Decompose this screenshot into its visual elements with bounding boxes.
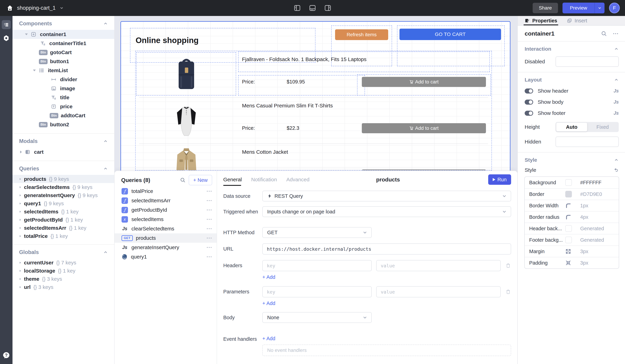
query-options-icon[interactable] [206,237,212,239]
globals-collapse-icon[interactable] [103,250,108,255]
tree-item-gotoCart[interactable]: Btn gotoCart [12,48,114,57]
tab-advanced[interactable]: Advanced [286,173,309,186]
caret-down-icon[interactable] [33,70,36,71]
query-tree-item[interactable]: getProductById{} 1 key [12,216,114,224]
triggered-when-select[interactable]: Inputs change or on page load [262,206,511,217]
style-collapse-icon[interactable] [614,158,619,162]
caret-right-icon[interactable] [20,262,21,264]
caret-right-icon[interactable] [20,202,21,205]
toggle-bottom-panel-icon[interactable] [309,4,316,12]
tab-properties[interactable]: Properties [525,16,557,25]
style-row-header-background[interactable]: Header back... Generated [525,223,619,234]
caret-right-icon[interactable] [20,270,21,272]
layout-collapse-icon[interactable] [614,77,619,82]
tree-item-containerTitle1[interactable]: containerTitle1 [12,39,114,48]
caret-right-icon[interactable] [20,219,21,221]
tree-item-itemList[interactable]: itemList [12,66,114,75]
query-list-item-selected[interactable]: GET products [115,233,217,243]
add-to-cart-button[interactable]: Add to cart [362,123,486,133]
add-to-cart-button[interactable]: Add to cart [362,77,486,87]
caret-right-icon[interactable] [20,178,21,180]
tree-item-title[interactable]: title [12,93,114,102]
preview-button[interactable]: Preview [562,3,594,13]
toggle-right-panel-icon[interactable] [324,4,332,12]
query-options-icon[interactable] [206,190,212,192]
global-tree-item[interactable]: currentUser{} 7 keys [12,258,114,267]
query-list-item[interactable]: Js clearSelectedtems [115,224,217,233]
global-tree-item[interactable]: url{} 3 keys [12,283,114,291]
height-fixed-option[interactable]: Fixed [587,123,618,131]
caret-right-icon[interactable] [20,211,21,213]
query-tree-item[interactable]: totalPrice{} 1 key [12,232,114,240]
parameter-value-input[interactable] [376,286,501,297]
show-footer-toggle[interactable] [525,111,533,116]
style-row-border-width[interactable]: Border Width 1px [525,200,619,211]
help-icon[interactable]: ? [2,351,10,360]
tab-general[interactable]: General [223,173,242,186]
components-tree-icon[interactable] [2,20,11,29]
global-tree-item[interactable]: theme{} 3 keys [12,275,114,283]
query-tree-item[interactable]: generateInsertQuery{} 9 keys [12,191,114,199]
query-list-item[interactable]: ƒ selectedItemsArr [115,196,217,205]
caret-right-icon[interactable] [20,227,21,229]
global-tree-item[interactable]: localStorage{} 1 key [12,267,114,275]
data-source-select[interactable]: REST Query [262,191,511,201]
query-list-item[interactable]: x selectedItems [115,215,217,224]
caret-right-icon[interactable] [20,235,21,237]
tree-item-button1[interactable]: Btn button1 [12,57,114,66]
interaction-collapse-icon[interactable] [614,47,619,51]
query-list-item[interactable]: Js generateInsertQuery [115,243,217,252]
share-button[interactable]: Share [533,3,558,13]
add-to-cart-button[interactable]: Add to cart [362,169,486,170]
url-input[interactable] [262,243,511,254]
style-row-margin[interactable]: Margin 3px [525,246,619,257]
style-row-padding[interactable]: Padding 3px [525,257,619,268]
disabled-input[interactable] [556,56,619,67]
style-row-background[interactable]: Background #FFFFFF [525,177,619,188]
border-color-swatch[interactable] [565,191,572,197]
caret-right-icon[interactable] [20,151,22,153]
add-header-link[interactable]: + Add [262,274,275,280]
header-value-input[interactable] [376,260,501,271]
footer-background-swatch[interactable] [565,237,572,243]
header-background-swatch[interactable] [565,225,572,232]
preview-dropdown-chevron-icon[interactable] [594,3,604,13]
style-row-border[interactable]: Border #D7D9E0 [525,188,619,200]
app-title-chevron-down-icon[interactable] [59,6,64,10]
query-tree-item[interactable]: selectedItems{} 1 key [12,207,114,216]
reset-style-icon[interactable] [613,167,619,173]
avatar[interactable]: F [609,3,620,13]
parameter-key-input[interactable] [262,286,372,297]
tree-item-button2[interactable]: Btn button2 [12,120,114,129]
js-flag[interactable]: Js [614,88,619,94]
delete-header-icon[interactable] [505,263,511,269]
tab-insert[interactable]: Insert [567,16,587,25]
js-flag[interactable]: Js [614,111,619,116]
tree-item-addtoCart[interactable]: Btn addtoCart [12,111,114,120]
query-options-icon[interactable] [206,218,212,220]
query-options-icon[interactable] [206,246,212,249]
caret-right-icon[interactable] [20,286,21,288]
caret-right-icon[interactable] [20,278,21,280]
tree-item-container1[interactable]: container1 [12,30,114,39]
go-to-cart-button[interactable]: GO TO CART [400,29,501,40]
query-search-icon[interactable] [180,177,186,183]
caret-down-icon[interactable] [25,33,28,35]
show-body-toggle[interactable] [525,100,533,105]
delete-parameter-icon[interactable] [505,289,511,295]
search-properties-icon[interactable] [601,30,607,37]
js-flag[interactable]: Js [614,99,619,105]
query-tree-item[interactable]: query1{} 9 keys [12,199,114,207]
query-options-icon[interactable] [206,209,212,211]
component-options-icon[interactable] [613,33,619,35]
components-collapse-icon[interactable] [103,21,108,26]
query-list-item[interactable]: ƒ getProductById [115,205,217,215]
tree-item-divider[interactable]: divider [12,75,114,84]
home-icon[interactable] [7,5,13,11]
header-key-input[interactable] [262,260,372,271]
body-select[interactable]: None [262,312,372,323]
background-color-swatch[interactable] [565,179,572,186]
queries-collapse-icon[interactable] [103,166,108,171]
caret-right-icon[interactable] [20,186,21,188]
style-row-footer-background[interactable]: Footer backg... Generated [525,234,619,246]
